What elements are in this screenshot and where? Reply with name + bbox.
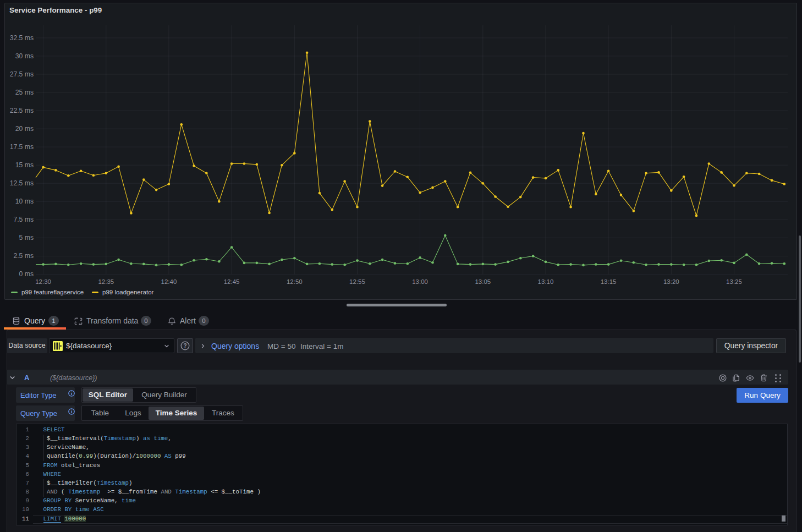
svg-text:13:10: 13:10	[538, 278, 554, 285]
svg-text:12.5 ms: 12.5 ms	[10, 179, 34, 187]
svg-text:12:40: 12:40	[161, 278, 177, 285]
svg-text:?: ?	[183, 343, 186, 349]
svg-text:17.5 ms: 17.5 ms	[10, 143, 34, 151]
svg-text:12:35: 12:35	[98, 278, 114, 285]
svg-text:12:50: 12:50	[287, 278, 303, 285]
svg-text:25 ms: 25 ms	[15, 89, 34, 96]
svg-text:7.5 ms: 7.5 ms	[13, 216, 34, 223]
svg-text:32.5 ms: 32.5 ms	[10, 34, 34, 42]
svg-text:5 ms: 5 ms	[19, 234, 34, 242]
svg-text:13:25: 13:25	[726, 278, 742, 285]
svg-text:12:55: 12:55	[349, 278, 365, 285]
svg-text:13:15: 13:15	[601, 278, 617, 285]
svg-text:15 ms: 15 ms	[15, 161, 34, 169]
svg-text:13:05: 13:05	[475, 278, 491, 285]
svg-text:13:00: 13:00	[412, 278, 428, 285]
svg-text:0 ms: 0 ms	[19, 270, 34, 278]
svg-text:2.5 ms: 2.5 ms	[13, 252, 34, 260]
svg-text:12:45: 12:45	[224, 278, 240, 285]
svg-text:30 ms: 30 ms	[15, 52, 34, 60]
svg-text:12:30: 12:30	[35, 278, 51, 285]
svg-text:22.5 ms: 22.5 ms	[10, 107, 34, 114]
svg-text:20 ms: 20 ms	[15, 125, 34, 133]
svg-text:10 ms: 10 ms	[15, 198, 34, 205]
svg-text:13:20: 13:20	[663, 278, 679, 285]
svg-text:27.5 ms: 27.5 ms	[10, 70, 34, 78]
